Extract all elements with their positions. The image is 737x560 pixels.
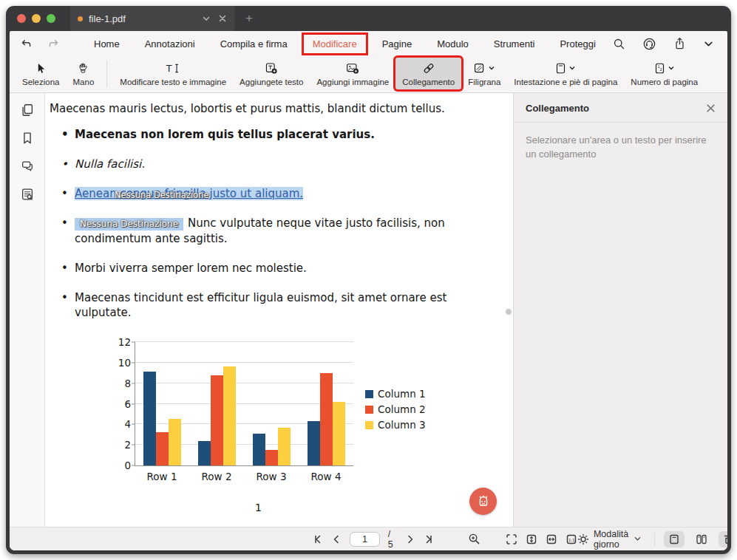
document-search-icon[interactable]: [20, 187, 35, 202]
numero-di-pagina-button[interactable]: 12 Numero di pagina: [624, 58, 704, 89]
page-thumbnails-icon[interactable]: [20, 103, 35, 117]
collegamento-button[interactable]: Collegamento: [395, 58, 461, 89]
two-page-view-icon[interactable]: [691, 531, 712, 547]
support-headset-icon[interactable]: [642, 37, 656, 51]
y-axis-tick-label: 2: [110, 439, 131, 451]
page-total-label: / 5: [388, 529, 397, 550]
bar: [308, 421, 320, 465]
aggiungi-immagine-button[interactable]: Aggiungi immagine: [310, 58, 395, 89]
tab-close-icon[interactable]: [218, 14, 227, 23]
hand-icon: [78, 61, 89, 75]
header-footer-icon: [555, 61, 576, 75]
fit-width-icon[interactable]: [546, 533, 557, 545]
last-page-icon[interactable]: [424, 534, 434, 544]
redo-icon[interactable]: [47, 38, 60, 50]
ai-assistant-button[interactable]: [469, 488, 497, 515]
legend-label: Column 1: [378, 388, 426, 400]
menu-modificare[interactable]: Modificare: [304, 35, 366, 53]
document-tab[interactable]: file-1.pdf: [70, 6, 234, 31]
chart-legend: Column 1Column 2Column 3: [365, 388, 426, 482]
legend-item: Column 3: [365, 419, 426, 431]
x-axis-label: Row 3: [244, 471, 299, 482]
legend-item: Column 1: [365, 388, 426, 400]
intestazione-pie-di-pagina-button[interactable]: Intestazione e piè di pagina: [507, 58, 624, 89]
view-mode-label: Modalità giorno: [594, 529, 629, 550]
menu-compila-e-firma[interactable]: Compila e firma: [211, 35, 296, 53]
filigrana-button[interactable]: Filigrana: [461, 58, 507, 89]
tab-chevron-down-icon[interactable]: [202, 14, 211, 23]
document-page[interactable]: Maecenas mauris lectus, lobortis et puru…: [45, 93, 513, 527]
next-page-icon[interactable]: [405, 534, 415, 544]
zoom-window-button[interactable]: [47, 14, 55, 23]
bar-group: [245, 342, 299, 465]
menu-proteggi[interactable]: Proteggi: [551, 35, 604, 53]
undo-icon[interactable]: [20, 38, 33, 50]
actual-size-icon[interactable]: 1:1: [566, 533, 577, 545]
x-axis-label: Row 2: [189, 471, 244, 482]
left-sidebar: [10, 93, 45, 527]
scrollbar-thumb[interactable]: [506, 309, 512, 315]
bullet-bold: Maecenas non lorem quis tellus placerat …: [50, 127, 506, 142]
legend-swatch-icon: [365, 421, 373, 429]
bar: [156, 432, 169, 465]
menu-modulo[interactable]: Modulo: [428, 35, 478, 53]
view-mode-dropdown[interactable]: Modalità giorno: [577, 529, 645, 550]
bar-group: [135, 342, 190, 465]
menu-strumenti[interactable]: Strumenti: [485, 35, 544, 53]
zoom-icon[interactable]: [468, 533, 480, 545]
continuous-scroll-view-icon[interactable]: [719, 531, 727, 547]
chevron-down-icon: [634, 535, 642, 543]
first-page-icon[interactable]: [313, 534, 323, 544]
bar: [253, 434, 265, 465]
x-axis-label: Row 4: [299, 471, 353, 482]
modifica-testo-immagine-button[interactable]: T Modificare testo e immagine: [113, 58, 233, 89]
bookmarks-icon[interactable]: [20, 131, 35, 146]
close-window-button[interactable]: [17, 14, 26, 23]
page-number-input[interactable]: 1: [350, 532, 380, 547]
share-icon[interactable]: [673, 37, 686, 50]
legend-label: Column 2: [378, 403, 426, 415]
y-axis-tick-label: 8: [110, 378, 131, 389]
minimize-window-button[interactable]: [32, 14, 41, 23]
seleziona-button[interactable]: Seleziona: [16, 58, 67, 89]
mano-button[interactable]: Mano: [67, 58, 101, 89]
chevron-down-icon: [488, 64, 495, 72]
bar: [278, 428, 291, 465]
unsaved-changes-dot-icon: [78, 16, 83, 21]
panel-close-icon[interactable]: [706, 103, 716, 113]
add-image-icon: [346, 61, 359, 75]
page-number-label: 1: [45, 502, 472, 513]
menu-home[interactable]: Home: [85, 35, 129, 53]
panel-title: Collegamento: [526, 103, 589, 114]
legend-item: Column 2: [365, 403, 426, 415]
panel-hint-text: Selezionare un'area o un testo per inser…: [514, 123, 727, 173]
bar: [223, 366, 236, 465]
bar: [143, 372, 156, 465]
sun-icon: [577, 533, 589, 545]
single-page-view-icon[interactable]: [664, 531, 685, 547]
titlebar: file-1.pdf +: [6, 6, 731, 31]
legend-swatch-icon: [365, 390, 373, 398]
bar: [211, 375, 223, 465]
search-icon[interactable]: [613, 38, 625, 50]
fit-screen-icon[interactable]: [506, 533, 517, 545]
svg-text:2: 2: [659, 67, 662, 72]
previous-page-icon[interactable]: [331, 534, 342, 544]
fit-height-icon[interactable]: [526, 533, 537, 545]
menu-annotazioni[interactable]: Annotazioni: [136, 35, 204, 53]
new-tab-button[interactable]: +: [234, 6, 264, 31]
comments-icon[interactable]: [20, 159, 35, 174]
bullet-link[interactable]: Aenean congue fringilla justo ut aliquam…: [50, 186, 506, 201]
menu-pagine[interactable]: Pagine: [373, 35, 421, 53]
chart-x-labels: Row 1Row 2Row 3Row 4: [135, 471, 353, 482]
collapse-toolbar-chevron-icon[interactable]: [703, 38, 714, 49]
hyperlink-text[interactable]: Aenean congue fringilla justo ut aliquam…: [75, 187, 303, 200]
bar: [265, 450, 278, 465]
svg-text:1:1: 1:1: [568, 537, 575, 542]
link-destination-highlight[interactable]: Nessuna Destinazione: [75, 218, 183, 231]
aggiungete-testo-button[interactable]: Aggiungete testo: [233, 58, 310, 89]
bar: [333, 402, 345, 465]
toolbar-divider: [106, 61, 107, 87]
bar-group: [190, 342, 245, 465]
add-text-icon: [265, 61, 278, 75]
